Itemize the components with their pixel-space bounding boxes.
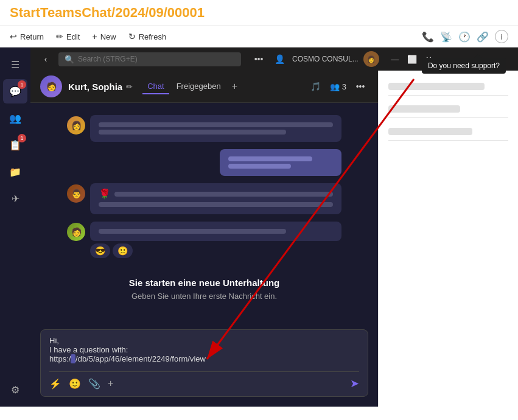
search-icon: 🔍 <box>65 55 74 64</box>
emoji-sunglasses: 😎 <box>90 243 110 258</box>
messages-area[interactable]: 👩 <box>30 103 378 329</box>
more-chat-options[interactable]: ••• <box>352 79 368 94</box>
new-conv-title: Sie starten eine neue Unterhaltung <box>129 278 280 288</box>
page-title: StartTeamsChat/2024/09/00001 <box>10 5 508 21</box>
msg-avatar-4: 🧑 <box>67 223 85 241</box>
plus-button[interactable]: + <box>108 378 113 389</box>
right-field-2 <box>388 103 508 118</box>
right-field-1 <box>388 80 508 96</box>
reaction-row: 😎 🙂 <box>90 243 341 258</box>
url-highlight <box>71 354 75 363</box>
send-button[interactable]: ➤ <box>350 377 359 390</box>
teams-area: ‹ 🔍 ••• 👤 COSMO CONSUL... 👩 — ⬜ ✕ <box>30 47 518 407</box>
attachment-button[interactable]: 📎 <box>88 378 100 390</box>
refresh-button[interactable]: ↻ Refresh <box>128 32 167 41</box>
chat-header: 🧑 Kurt, Sophia ✏ Chat Freigegeben + 🎵 👥 <box>30 71 378 103</box>
tab-chat[interactable]: Chat <box>142 79 169 94</box>
msg-with-reactions: 😎 🙂 <box>90 222 341 258</box>
phone-icon-button[interactable]: 📞 <box>422 31 434 43</box>
sidebar-item-chat[interactable]: 1 💬 <box>3 79 27 103</box>
msg-avatar-1: 👩 <box>67 116 85 135</box>
message-2 <box>67 149 341 176</box>
message-input-area[interactable]: Hi, I have a question with: https:/ /db/… <box>40 329 368 397</box>
more-options-button[interactable]: ••• <box>251 51 267 67</box>
link-icon-button[interactable]: 🔗 <box>477 31 489 43</box>
chat-main: 🧑 Kurt, Sophia ✏ Chat Freigegeben + 🎵 👥 <box>30 71 378 407</box>
title-bar: StartTeamsChat/2024/09/00001 <box>0 0 518 26</box>
back-button[interactable]: ‹ <box>38 51 54 67</box>
search-box[interactable]: 🔍 <box>58 52 241 66</box>
minimize-button[interactable]: — <box>389 53 401 65</box>
msg-bubble-3: 🌹 <box>90 183 341 214</box>
broadcast-icon-button[interactable]: 📡 <box>440 31 452 43</box>
msg-bubble-4 <box>90 222 341 241</box>
message-4: 🧑 😎 🙂 <box>67 222 341 258</box>
chat-badge: 1 <box>18 80 26 89</box>
chat-container: 🧑 Kurt, Sophia ✏ Chat Freigegeben + 🎵 👥 <box>30 71 518 407</box>
msg-avatar-3: 👨 <box>67 184 85 203</box>
emoji-button[interactable]: 🙂 <box>69 378 81 390</box>
right-field-2-value <box>388 105 460 113</box>
audio-icon[interactable]: 🎵 <box>308 79 324 94</box>
main-layout: ☰ 1 💬 👥 1 📋 📁 ✈ ⚙ <box>0 47 518 407</box>
emoji-smile: 🙂 <box>113 243 133 258</box>
msg-line <box>228 156 312 161</box>
tasks-badge: 1 <box>18 134 26 142</box>
tab-add-button[interactable]: + <box>228 80 241 93</box>
right-field-1-value <box>388 83 485 90</box>
msg-line <box>99 229 286 234</box>
sidebar-item-files[interactable]: 📁 <box>3 159 27 184</box>
new-icon: + <box>92 32 97 41</box>
chat-header-right: 🎵 👥 3 ••• <box>308 79 368 94</box>
chat-tabs: Chat Freigegeben + <box>142 79 241 94</box>
msg-line <box>99 130 286 135</box>
return-icon: ↩ <box>10 32 17 41</box>
chat-user-name: Kurt, Sophia <box>68 82 122 92</box>
msg-line <box>114 192 333 197</box>
return-button[interactable]: ↩ Return <box>10 32 44 41</box>
sidebar-item-settings[interactable]: ⚙ <box>3 377 27 402</box>
message-line-2: I have a question with: <box>49 345 359 354</box>
support-tooltip: Do you need support? <box>422 58 506 74</box>
url-prefix: https:/ <box>49 354 71 363</box>
chat-user-avatar: 🧑 <box>40 75 62 97</box>
msg-line <box>99 122 333 127</box>
edit-button[interactable]: ✏ Edit <box>56 32 80 41</box>
left-sidebar: ☰ 1 💬 👥 1 📋 📁 ✈ ⚙ <box>0 47 30 407</box>
sidebar-item-hamburger[interactable]: ☰ <box>3 52 27 77</box>
new-conv-sub: Geben Sie unten Ihre erste Nachricht ein… <box>129 292 280 301</box>
msg-line <box>228 164 291 169</box>
tab-freigegeben[interactable]: Freigegeben <box>172 79 226 94</box>
info-icon-button[interactable]: i <box>495 30 508 43</box>
edit-icon: ✏ <box>56 32 63 41</box>
input-toolbar: ⚡ 🙂 📎 + ➤ <box>49 371 359 390</box>
toolbar: ↩ Return ✏ Edit + New ↻ Refresh 📞 📡 🕐 🔗 … <box>0 26 518 47</box>
sidebar-item-tasks[interactable]: 1 📋 <box>3 133 27 157</box>
message-line-3: https:/ /db/5/app/46/element/2249/form/v… <box>49 354 359 363</box>
right-field-3-value <box>388 128 472 135</box>
sidebar-item-team[interactable]: 👥 <box>3 106 27 130</box>
search-input[interactable] <box>78 55 235 63</box>
url-suffix: /db/5/app/46/element/2249/form/view <box>75 354 206 363</box>
msg-line <box>99 202 333 207</box>
refresh-icon: ↻ <box>128 32 136 41</box>
restore-button[interactable]: ⬜ <box>406 53 418 65</box>
msg-bubble-1 <box>90 115 341 142</box>
sidebar-item-send[interactable]: ✈ <box>3 186 27 211</box>
new-button[interactable]: + New <box>92 32 116 41</box>
right-field-3 <box>388 125 508 141</box>
user-avatar-header: 👩 <box>363 51 379 67</box>
participants-count: 👥 3 <box>330 82 346 91</box>
message-line-1: Hi, <box>49 336 359 345</box>
cosmo-label: COSMO CONSUL... <box>292 55 359 63</box>
message-1: 👩 <box>67 115 341 142</box>
message-text[interactable]: Hi, I have a question with: https:/ /db/… <box>49 336 359 366</box>
message-3: 👨 🌹 <box>67 183 341 214</box>
right-panel <box>378 71 518 407</box>
add-person-button[interactable]: 👤 <box>271 51 287 67</box>
lightning-button[interactable]: ⚡ <box>49 378 61 390</box>
clock-icon-button[interactable]: 🕐 <box>458 31 471 43</box>
chat-edit-icon[interactable]: ✏ <box>126 82 133 91</box>
new-conversation-prompt: Sie starten eine neue Unterhaltung Geben… <box>129 278 280 301</box>
msg-bubble-2 <box>220 149 341 176</box>
